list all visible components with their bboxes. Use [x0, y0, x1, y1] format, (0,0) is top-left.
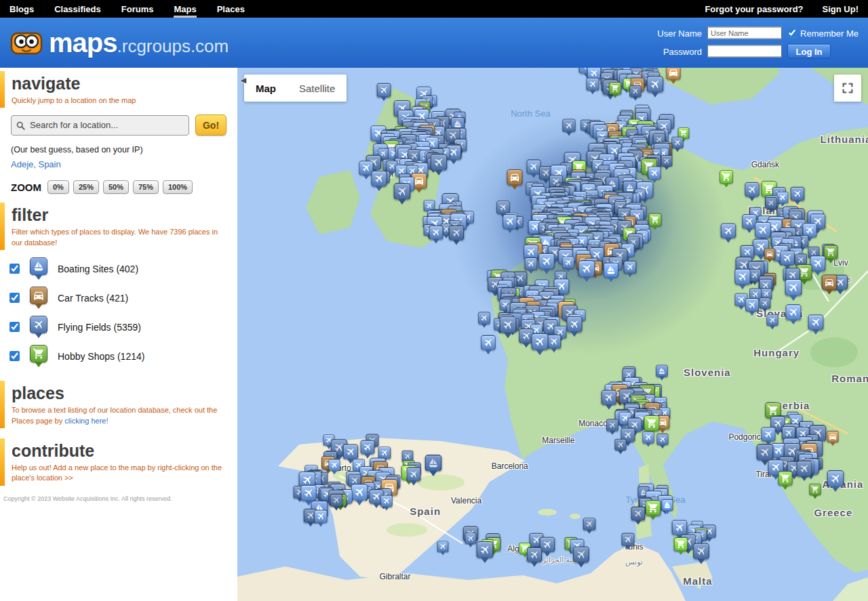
shop-map-marker[interactable]: [649, 213, 662, 230]
car-map-marker[interactable]: [822, 274, 837, 295]
flying-map-marker[interactable]: [465, 533, 477, 547]
satellite-view-tab[interactable]: Satellite: [288, 75, 347, 102]
flying-map-marker[interactable]: [797, 461, 812, 481]
shop-map-marker[interactable]: [609, 82, 621, 98]
boat-map-marker[interactable]: [604, 263, 618, 283]
flying-map-marker[interactable]: [808, 315, 824, 335]
car-filter-checkbox[interactable]: [9, 293, 20, 303]
nav-item-maps[interactable]: Maps: [174, 0, 196, 18]
shop-map-marker[interactable]: [646, 501, 661, 521]
filter-row-flying[interactable]: Flying Fields (5359): [9, 312, 232, 341]
forgot-password-link[interactable]: Forgot your password?: [705, 4, 803, 14]
sidebar-collapse-button[interactable]: ◀: [238, 72, 249, 87]
flying-map-marker[interactable]: [777, 192, 789, 207]
shop-map-marker[interactable]: [674, 537, 688, 555]
flying-map-marker[interactable]: [629, 85, 642, 101]
zoom-25pct-button[interactable]: 25%: [73, 180, 99, 194]
flying-map-marker[interactable]: [642, 431, 654, 447]
flying-map-marker[interactable]: [330, 494, 342, 510]
flying-map-marker[interactable]: [810, 255, 826, 276]
flying-map-marker[interactable]: [745, 182, 760, 201]
nav-item-forums[interactable]: Forums: [121, 0, 154, 18]
flying-map-marker[interactable]: [538, 253, 555, 274]
car-map-marker[interactable]: [666, 68, 680, 84]
flying-map-marker[interactable]: [429, 225, 443, 243]
flying-map-marker[interactable]: [631, 507, 646, 525]
fullscreen-button[interactable]: [834, 75, 861, 102]
zoom-50pct-button[interactable]: 50%: [103, 180, 129, 194]
flying-map-marker[interactable]: [372, 171, 387, 191]
shop-map-marker[interactable]: [719, 170, 733, 188]
flying-map-marker[interactable]: [785, 279, 802, 301]
shop-map-marker[interactable]: [778, 471, 792, 490]
flying-map-marker[interactable]: [646, 76, 663, 98]
flying-map-marker[interactable]: [693, 543, 709, 564]
flying-map-marker[interactable]: [621, 533, 634, 550]
flying-filter-checkbox[interactable]: [9, 322, 20, 332]
flying-map-marker[interactable]: [527, 547, 542, 567]
nav-item-blogs[interactable]: Blogs: [9, 0, 34, 18]
boat-map-marker[interactable]: [425, 455, 442, 476]
flying-map-marker[interactable]: [624, 261, 636, 277]
flying-map-marker[interactable]: [720, 223, 735, 243]
remember-me-checkbox[interactable]: [787, 28, 797, 38]
sign-up-link[interactable]: Sign Up!: [823, 4, 859, 14]
boat-filter-checkbox[interactable]: [9, 264, 20, 274]
flying-map-marker[interactable]: [760, 298, 771, 313]
flying-map-marker[interactable]: [583, 518, 595, 534]
shop-map-marker[interactable]: [824, 245, 838, 263]
car-map-marker[interactable]: [507, 169, 523, 190]
shop-filter-checkbox[interactable]: [9, 351, 20, 361]
zoom-0pct-button[interactable]: 0%: [47, 180, 69, 194]
flying-map-marker[interactable]: [791, 187, 804, 205]
places-link[interactable]: clicking here!: [64, 417, 108, 425]
flying-map-marker[interactable]: [430, 154, 447, 175]
flying-map-marker[interactable]: [476, 541, 493, 563]
nav-item-places[interactable]: Places: [217, 0, 245, 18]
flying-map-marker[interactable]: [566, 316, 582, 337]
flying-map-marker[interactable]: [606, 419, 618, 434]
flying-map-marker[interactable]: [314, 510, 327, 527]
filter-row-car[interactable]: Car Tracks (421): [9, 283, 232, 312]
site-brand[interactable]: maps .rcgroups.com: [49, 28, 229, 58]
map-canvas[interactable]: North SeaDenmarkGdańskLithuaniaPolandLvi…: [237, 68, 868, 601]
flying-map-marker[interactable]: [563, 119, 576, 136]
nav-item-classifieds[interactable]: Classifieds: [54, 0, 101, 18]
filter-row-boat[interactable]: Boating Sites (402): [9, 254, 232, 283]
boat-map-marker[interactable]: [656, 365, 668, 381]
flying-map-marker[interactable]: [661, 155, 673, 170]
remember-me-toggle[interactable]: Remember Me: [787, 28, 859, 38]
flying-map-marker[interactable]: [377, 83, 391, 102]
flying-map-marker[interactable]: [827, 470, 844, 492]
search-input[interactable]: [11, 115, 189, 136]
flying-map-marker[interactable]: [573, 546, 589, 567]
flying-map-marker[interactable]: [380, 495, 393, 511]
log-in-button[interactable]: Log In: [787, 44, 831, 59]
flying-map-marker[interactable]: [547, 335, 561, 353]
flying-map-marker[interactable]: [361, 440, 375, 459]
flying-map-marker[interactable]: [449, 226, 464, 245]
flying-map-marker[interactable]: [786, 304, 802, 325]
flying-map-marker[interactable]: [478, 312, 490, 328]
zoom-75pct-button[interactable]: 75%: [133, 180, 159, 194]
flying-map-marker[interactable]: [499, 316, 516, 339]
filter-row-shop[interactable]: Hobby Shops (1214): [9, 341, 232, 371]
flying-map-marker[interactable]: [766, 314, 778, 330]
zoom-100pct-button[interactable]: 100%: [163, 180, 193, 194]
detected-location-link[interactable]: Adeje, Spain: [11, 159, 61, 169]
flying-map-marker[interactable]: [765, 196, 776, 211]
flying-map-marker[interactable]: [601, 390, 616, 410]
flying-map-marker[interactable]: [672, 137, 684, 152]
car-map-marker[interactable]: [827, 431, 838, 446]
boat-map-marker[interactable]: [661, 499, 673, 514]
flying-map-marker[interactable]: [394, 183, 411, 205]
flying-map-marker[interactable]: [587, 78, 599, 95]
shop-map-marker[interactable]: [809, 484, 821, 499]
flying-map-marker[interactable]: [562, 256, 574, 272]
flying-map-marker[interactable]: [745, 298, 759, 316]
flying-map-marker[interactable]: [329, 459, 340, 474]
map-view-tab[interactable]: Map: [244, 75, 288, 102]
flying-map-marker[interactable]: [614, 439, 626, 455]
flying-map-marker[interactable]: [351, 484, 368, 505]
flying-map-marker[interactable]: [780, 251, 795, 270]
